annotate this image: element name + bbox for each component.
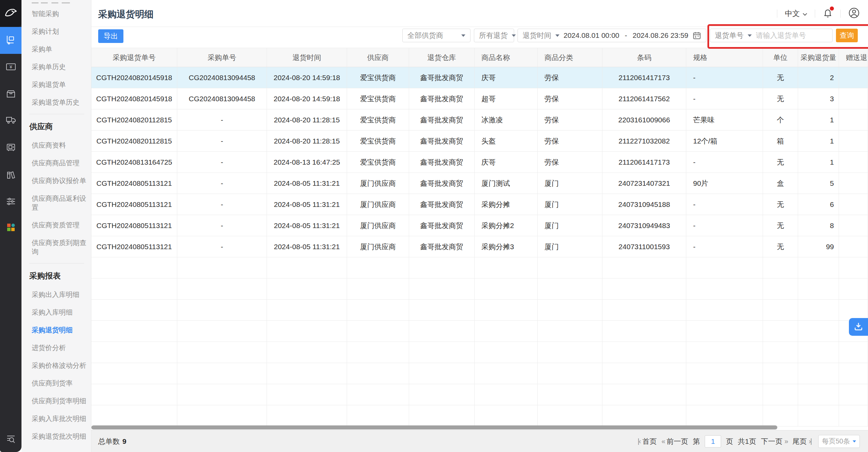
table-cell: 99 — [798, 236, 839, 257]
rail-item-package[interactable] — [0, 84, 21, 105]
table-cell — [763, 342, 798, 363]
sidebar-item[interactable]: 采购单 — [21, 40, 91, 58]
table-cell — [602, 300, 686, 320]
table-cell: 2024-08-13 16:47:25 — [267, 152, 347, 172]
sidebar-item[interactable]: 供应商资质管理 — [21, 216, 91, 234]
sidebar-item[interactable]: 采购退货批次明细 — [21, 427, 91, 445]
sidebar-item[interactable]: 供应商商品返利设置 — [21, 190, 91, 216]
column-header: 商品分类 — [538, 48, 602, 67]
table-cell: 采购分摊 — [475, 194, 538, 215]
last-page-button[interactable]: 尾页 ›| — [792, 437, 811, 446]
sidebar-item[interactable]: 采购单历史 — [21, 58, 91, 76]
table-cell — [686, 342, 763, 363]
table-row[interactable]: CGTH20240805113121-2024-08-05 11:31:21厦门… — [91, 236, 868, 257]
calendar-icon[interactable] — [692, 31, 701, 40]
prev-page-button[interactable]: « 前一页 — [661, 437, 688, 446]
search-button[interactable]: 查询 — [836, 29, 858, 42]
table-cell — [798, 405, 839, 426]
sidebar-item[interactable]: 采购出入库明细 — [21, 286, 91, 303]
notifications-button[interactable] — [823, 8, 833, 19]
sidebar-item[interactable]: 供应商到货率明细 — [21, 392, 91, 410]
rail-item-vault[interactable] — [0, 138, 21, 159]
sidebar-item[interactable]: 智能采购 — [21, 5, 91, 22]
table-cell — [839, 109, 868, 130]
sidebar-item[interactable]: 采购计划 — [21, 22, 91, 40]
sidebar-item[interactable]: 采购入库明细 — [21, 303, 91, 321]
table-row[interactable]: CGTH20240820145918CG202408130944582024-0… — [91, 67, 868, 88]
table-cell — [763, 278, 798, 299]
first-page-button[interactable]: |‹ 首页 — [638, 437, 657, 446]
rail-item-finance[interactable]: ¥ — [0, 57, 21, 78]
rail-item-apps[interactable] — [0, 217, 21, 239]
table-row[interactable]: CGTH20240805113121-2024-08-05 11:31:21厦门… — [91, 194, 868, 215]
sidebar-item[interactable]: 供应商到货率 — [21, 374, 91, 392]
page-number-input[interactable] — [705, 435, 721, 448]
table-cell: 冰激凌 — [475, 109, 538, 130]
table-cell: 2112061417562 — [602, 88, 686, 109]
table-cell: - — [686, 67, 763, 88]
table-cell — [409, 342, 475, 363]
table-row[interactable]: CGTH20240820145918CG202408130944582024-0… — [91, 88, 868, 109]
sidebar-item[interactable]: 进货价分析 — [21, 339, 91, 357]
table-row[interactable]: CGTH20240805113121-2024-08-05 11:31:21厦门… — [91, 215, 868, 236]
prev-page-icon: « — [661, 437, 664, 445]
sidebar-item[interactable]: 供应商协议报价单 — [21, 172, 91, 190]
sidebar-item[interactable]: 采购退货单 — [21, 76, 91, 93]
rail-item-ledger[interactable] — [0, 165, 21, 186]
table-cell: 芒果味 — [686, 109, 763, 130]
per-page-select[interactable]: 每页50条 — [818, 435, 860, 448]
table-cell — [267, 321, 347, 342]
rail-item-menu-search[interactable] — [0, 430, 21, 451]
date-from-value[interactable]: 2024.08.01 00:00 — [564, 31, 619, 40]
supplier-filter-select[interactable]: 全部供货商 — [402, 29, 470, 42]
scrollbar-thumb[interactable] — [91, 425, 777, 430]
sidebar-item[interactable]: 供应商资料 — [21, 136, 91, 154]
table-cell: 2407310945188 — [602, 194, 686, 215]
language-selector[interactable]: 中文 — [785, 9, 807, 19]
table-cell — [409, 321, 475, 342]
date-to-value[interactable]: 2024.08.26 23:59 — [633, 31, 689, 40]
sidebar-item[interactable]: 供应商资质到期查询 — [21, 234, 91, 260]
table-cell — [347, 278, 409, 299]
table-cell: - — [177, 109, 267, 130]
table-cell — [763, 300, 798, 320]
table-cell — [839, 384, 868, 405]
table-cell: 3 — [798, 88, 839, 109]
column-header: 条码 — [602, 48, 686, 67]
download-float-button[interactable] — [849, 318, 868, 336]
app-logo[interactable] — [0, 0, 21, 27]
table-row[interactable]: CGTH20240805113121-2024-08-05 11:31:21厦门… — [91, 173, 868, 194]
table-cell: 无 — [763, 67, 798, 88]
sidebar-item[interactable]: 采购价格波动分析 — [21, 357, 91, 374]
return-type-filter-select[interactable]: 所有退货 — [474, 29, 514, 42]
table-cell: 90片 — [686, 173, 763, 194]
account-button[interactable] — [848, 7, 860, 20]
next-page-icon: » — [784, 437, 788, 445]
next-page-button[interactable]: 下一页 » — [761, 437, 788, 446]
sidebar-item-clipped[interactable] — [32, 0, 72, 3]
table-body: CGTH20240820145918CG202408130944582024-0… — [91, 67, 868, 426]
empty-table-row — [91, 257, 868, 278]
sidebar-item[interactable]: 采购退货明细 — [21, 321, 91, 339]
table-cell — [839, 88, 868, 109]
table-row[interactable]: CGTH20240820112815-2024-08-20 11:28:15爱宝… — [91, 131, 868, 152]
footer-bar: 总单数 9 |‹ 首页 « 前一页 第 页 共1页 下一页 » 尾页 ›| — [91, 430, 868, 452]
table-row[interactable]: CGTH20240820112815-2024-08-20 11:28:15爱宝… — [91, 109, 868, 131]
export-button[interactable]: 导出 — [98, 29, 123, 43]
order-number-input[interactable] — [756, 31, 827, 40]
menu-divider — [29, 263, 84, 263]
order-field-select[interactable]: 退货单号 — [715, 31, 752, 40]
table-cell: 1 — [798, 109, 839, 130]
sidebar-item[interactable]: 供应商商品管理 — [21, 154, 91, 172]
rail-item-purchase-active[interactable] — [0, 27, 21, 54]
rail-item-delivery[interactable] — [0, 110, 21, 131]
rail-item-settings[interactable] — [0, 192, 21, 213]
sidebar-item[interactable]: 采购退货单历史 — [21, 93, 91, 111]
time-field-select[interactable]: 退货时间 — [523, 31, 559, 40]
table-cell — [686, 384, 763, 405]
empty-table-row — [91, 278, 868, 300]
date-range-filter: 退货时间 2024.08.01 00:00 - 2024.08.26 23:59 — [518, 29, 706, 42]
table-row[interactable]: CGTH20240813164725-2024-08-13 16:47:25爱宝… — [91, 152, 868, 173]
sidebar-item[interactable]: 采购入库批次明细 — [21, 410, 91, 427]
table-cell — [475, 321, 538, 342]
